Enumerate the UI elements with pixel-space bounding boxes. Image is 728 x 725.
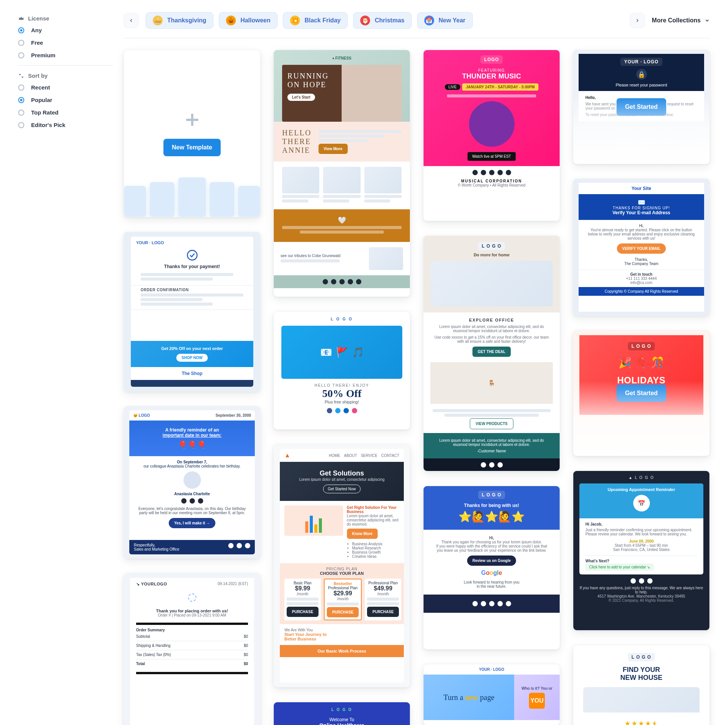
solutions-menu: CONTACT [381,454,399,458]
house-t2: NEW HOUSE [579,674,703,682]
more-collections-label: More Collections [652,17,701,24]
template-get-solutions[interactable]: ▲ HOME ABOUT SERVICE CONTACT Get Solutio… [273,444,410,687]
get-started-button[interactable]: Get Started [617,384,666,402]
template-furniture[interactable]: L O G O Do more for home EXPLORE OFFICE … [423,235,560,471]
template-order-placed[interactable]: ↘ YOURLOGO 09-14-2021 (EST) Thank you fo… [124,573,260,725]
verify-site: Your Site [579,183,704,194]
rating: ★★★★★★ 60+ people voted [573,712,709,725]
sort-option-top-rated[interactable]: Top Rated [18,109,113,116]
appt-what: What's Next? [585,559,697,563]
template-appointment[interactable]: ▲ L O G O Upcoming Appointment Reminder … [573,471,710,631]
plan-price: $9.99 [287,585,318,592]
template-healthcare[interactable]: L O G O Welcome To Online Healthcare [273,702,410,725]
sidebar-divider [18,65,113,66]
appt-rights: © 2021 Company. All Rights Reserved. [579,598,703,603]
furniture-logo: L O G O [478,242,505,250]
furniture-copy-1: Lorem ipsum dolor sit amet, consectetur … [433,325,551,333]
stars-icon: ★★★★★★ [579,719,703,725]
sort-option-label: Popular [31,97,52,103]
license-option-free[interactable]: Free [18,39,113,46]
collections-next-button[interactable] [630,13,645,28]
plan-price: $29.99 [327,590,359,597]
solutions-side-copy: Lorem ipsum dolor sit amet, consectetur … [347,514,400,526]
appt-line: Just a friendly reminder confirming your… [585,528,697,536]
new-template-button[interactable]: New Template [163,139,220,156]
thunder-featuring: FEATURING [428,68,555,72]
collections-prev-button[interactable] [124,13,139,28]
furniture-footer-2: -Customer Name [433,449,551,453]
verify-footer: Copyrights © Company All Rights Reserved [579,287,704,296]
more-collections[interactable]: More Collections [652,17,710,24]
solutions-we: We Are With You [284,628,399,632]
sort-option-popular[interactable]: Popular [18,97,113,103]
furniture-copy-2: Use code xxxxxx to get a 15% off on your… [433,335,551,344]
verify-thanks: THANKS FOR SIGNING UP! [582,206,700,210]
get-started-button[interactable]: Get Started [617,98,666,116]
collection-black-friday[interactable]: 💥Black Friday [283,12,348,29]
fitness-greet-3: ANNIE [282,146,312,155]
verify-copy: You're almost ready to get started. Plea… [586,228,697,240]
thunder-company: MUSICAL CORPORATION [427,179,556,183]
license-title: License [28,15,49,22]
turn-logo: YOUR · LOGO [424,664,560,675]
template-payment-thanks[interactable]: YOUR · LOGO Thanks for your payment! ORD… [124,232,260,392]
sort-option-editors-pick[interactable]: Editor's Pick [18,122,113,128]
template-new-house[interactable]: L O G O FIND YOUR NEW HOUSE ★★★★★★ 60+ p… [573,645,710,725]
turn-right-1: Who is it? You or [522,686,552,690]
template-birthday-reminder[interactable]: 🐱 LOGO September 30, 2000 A friendly rem… [124,406,260,559]
collection-halloween[interactable]: 🎃Halloween [219,12,278,29]
card-new-template[interactable]: New Template [124,50,260,217]
solutions-list-item: Business Analysis [352,542,400,546]
template-verify-email[interactable]: Your Site ✉️ THANKS FOR SIGNING UP! Veri… [573,179,710,316]
template-fitness[interactable]: ♦ FITNESS RUNNING ON HOPE Let's Start HE… [273,50,410,297]
collection-new-year[interactable]: 📅New Year [417,12,473,29]
collection-label: Thanksgiving [167,17,206,24]
order-title: Thank you for placing order with us! [136,609,248,613]
fitness-greet-1: HELLO [282,129,312,137]
appt-hi: Hi Jacob, [585,522,697,526]
collection-label: Black Friday [304,17,340,24]
order-row-label: Shipping & Handling [136,643,171,648]
order-row-value: $0 [244,653,248,657]
furniture-footer-1: Lorem ipsum dolor sit amet, consectetur … [433,438,551,447]
plan-cta: PURCHASE [287,607,318,617]
verify-hi: Hi, [586,224,697,228]
license-option-premium[interactable]: Premium [18,52,113,58]
collection-christmas[interactable]: 🎅Christmas [353,12,411,29]
fifty-title: 50% Off [281,388,402,400]
reminder-name: Anastasia Charlotte [135,492,249,496]
order-row-value: $0 [244,643,248,648]
sort-option-recent[interactable]: Recent [18,84,113,91]
template-password-reset[interactable]: YOUR · LOGO 🔒 Please reset your password… [573,50,710,164]
password-title: Please reset your password [579,83,704,87]
solutions-side-title: Get Right Solution For Your Business [347,505,400,514]
license-option-any[interactable]: Any [18,27,113,33]
google-foot-1: Look forward to hearing from you [433,580,550,584]
license-options: Any Free Premium [18,27,113,58]
appt-calendar: Click here to add to your calendar ↘ [585,563,654,571]
payment-logo: YOUR · LOGO [131,237,253,249]
template-holidays-deals[interactable]: L O G O 🎉 🎈 🎊 HOLIDAYS DEALS Get Started [573,330,710,456]
thunder-logo: LOGO [480,55,503,64]
get-started-label: Get Started [625,104,657,110]
reminder-logo: 🐱 LOGO [133,413,150,417]
template-fifty-off[interactable]: L O G O 📧🚩🎵 HELLO THERE! ENJOY 50% Off P… [273,311,410,430]
plan-name: Professional Plan [367,581,399,585]
collection-label: Christmas [375,17,404,24]
house-t1: FIND YOUR [579,666,703,674]
google-foot-2: in the near future. [433,584,550,588]
fitness-hero-1: RUNNING [287,72,329,80]
fitness-hero-cta: Let's Start [287,94,315,101]
payment-title: Thanks for your payment! [131,264,253,269]
template-google-review[interactable]: L O G O Thanks for being with us! ⭐🙋⭐🙋⭐ … [423,486,560,650]
reminder-copy: our colleague Anastasia Charlotte celebr… [135,464,249,468]
template-thunder-music[interactable]: LOGO FEATURING THUNDER MUSIC LIVE JANUAR… [423,50,560,221]
new-template-label: New Template [172,144,212,151]
license-option-label: Premium [31,52,55,58]
order-row-label: Subtotal [136,634,150,639]
collection-thanksgiving[interactable]: 🥧Thanksgiving [146,12,213,29]
sort-option-label: Recent [31,84,50,91]
template-turn-new-page[interactable]: YOUR · LOGO Turn a new page Who is it? Y… [423,664,560,725]
fifty-logo: L O G O [281,317,402,321]
furniture-h1: EXPLORE OFFICE [433,318,551,322]
